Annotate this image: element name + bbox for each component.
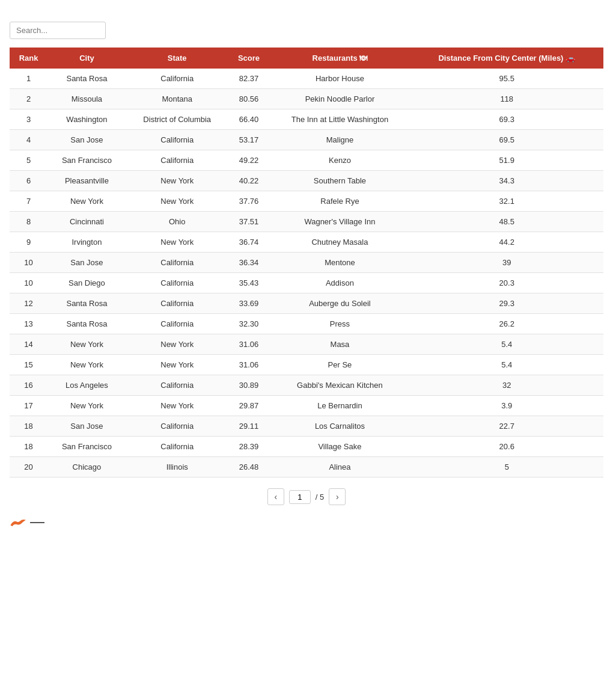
cell-city: Santa Rosa	[47, 293, 126, 314]
cell-restaurant: Wagner's Village Inn	[269, 212, 410, 232]
table-row: 4San JoseCalifornia53.17Maligne69.5	[10, 130, 603, 150]
page-total: / 5	[316, 493, 324, 502]
table-row: 5San FranciscoCalifornia49.22Kenzo51.9	[10, 150, 603, 171]
cell-city: New York	[47, 396, 126, 416]
table-row: 15New YorkNew York31.06Per Se5.4	[10, 355, 603, 375]
cell-restaurant: Village Sake	[269, 437, 410, 457]
cell-score: 66.40	[228, 109, 270, 130]
cell-score: 29.87	[228, 396, 270, 416]
col-restaurant: Restaurants 🍽	[269, 48, 410, 69]
cell-distance: 5.4	[410, 334, 603, 355]
cell-restaurant: Harbor House	[269, 69, 410, 89]
cell-city: San Francisco	[47, 150, 126, 171]
cell-distance: 5	[410, 457, 603, 477]
cell-state: California	[126, 69, 228, 89]
cell-distance: 29.3	[410, 293, 603, 314]
cell-score: 40.22	[228, 171, 270, 191]
cell-restaurant: The Inn at Little Washington	[269, 109, 410, 130]
cell-city: New York	[47, 191, 126, 212]
cell-rank: 3	[10, 109, 47, 130]
cell-state: California	[126, 437, 228, 457]
cell-rank: 13	[10, 314, 47, 334]
table-row: 3WashingtonDistrict of Columbia66.40The …	[10, 109, 603, 130]
table-row: 13Santa RosaCalifornia32.30Press26.2	[10, 314, 603, 334]
cell-restaurant: Maligne	[269, 130, 410, 150]
search-input[interactable]	[10, 22, 106, 39]
cell-restaurant: Southern Table	[269, 171, 410, 191]
cell-rank: 16	[10, 375, 47, 396]
cell-rank: 18	[10, 437, 47, 457]
cell-restaurant: Auberge du Soleil	[269, 293, 410, 314]
prev-page-button[interactable]: ‹	[267, 488, 284, 505]
cell-restaurant: Le Bernardin	[269, 396, 410, 416]
cell-rank: 10	[10, 253, 47, 273]
cell-rank: 9	[10, 232, 47, 253]
table-row: 10San DiegoCalifornia35.43Addison20.3	[10, 273, 603, 293]
cell-state: California	[126, 314, 228, 334]
cell-state: New York	[126, 355, 228, 375]
cell-state: New York	[126, 396, 228, 416]
cell-score: 82.37	[228, 69, 270, 89]
logo-bird-icon	[10, 517, 28, 528]
cell-restaurant: Chutney Masala	[269, 232, 410, 253]
cell-state: Montana	[126, 89, 228, 109]
footer-logo	[10, 517, 603, 528]
cell-city: Los Angeles	[47, 375, 126, 396]
cell-city: Irvington	[47, 232, 126, 253]
cell-rank: 18	[10, 416, 47, 437]
col-state: State	[126, 48, 228, 69]
cell-score: 29.11	[228, 416, 270, 437]
cell-state: Illinois	[126, 457, 228, 477]
cell-rank: 12	[10, 293, 47, 314]
cell-score: 26.48	[228, 457, 270, 477]
table-row: 6PleasantvilleNew York40.22Southern Tabl…	[10, 171, 603, 191]
cell-restaurant: Masa	[269, 334, 410, 355]
cell-rank: 4	[10, 130, 47, 150]
cell-score: 32.30	[228, 314, 270, 334]
cell-restaurant: Addison	[269, 273, 410, 293]
table-row: 7New YorkNew York37.76Rafele Rye32.1	[10, 191, 603, 212]
cell-city: Santa Rosa	[47, 69, 126, 89]
cell-state: District of Columbia	[126, 109, 228, 130]
cell-score: 36.74	[228, 232, 270, 253]
cell-restaurant: Rafele Rye	[269, 191, 410, 212]
cell-score: 36.34	[228, 253, 270, 273]
table-row: 18San JoseCalifornia29.11Los Carnalitos2…	[10, 416, 603, 437]
col-distance: Distance From City Center (Miles) 🚗	[410, 48, 603, 69]
cell-state: California	[126, 293, 228, 314]
cell-rank: 17	[10, 396, 47, 416]
cell-distance: 34.3	[410, 171, 603, 191]
cell-restaurant: Gabbi's Mexican Kitchen	[269, 375, 410, 396]
cell-state: New York	[126, 334, 228, 355]
next-page-button[interactable]: ›	[329, 488, 346, 505]
cell-rank: 1	[10, 69, 47, 89]
cell-state: California	[126, 375, 228, 396]
cell-state: California	[126, 253, 228, 273]
cell-score: 37.51	[228, 212, 270, 232]
cell-distance: 44.2	[410, 232, 603, 253]
cell-restaurant: Mentone	[269, 253, 410, 273]
cell-score: 37.76	[228, 191, 270, 212]
cell-state: California	[126, 150, 228, 171]
table-row: 1Santa RosaCalifornia82.37Harbor House95…	[10, 69, 603, 89]
cell-score: 35.43	[228, 273, 270, 293]
cell-distance: 20.6	[410, 437, 603, 457]
cell-rank: 7	[10, 191, 47, 212]
cell-score: 31.06	[228, 334, 270, 355]
col-city: City	[47, 48, 126, 69]
cell-restaurant: Alinea	[269, 457, 410, 477]
col-rank: Rank	[10, 48, 47, 69]
cell-city: Santa Rosa	[47, 314, 126, 334]
table-row: 9IrvingtonNew York36.74Chutney Masala44.…	[10, 232, 603, 253]
cell-score: 80.56	[228, 89, 270, 109]
cell-rank: 14	[10, 334, 47, 355]
cell-distance: 69.5	[410, 130, 603, 150]
cell-restaurant: Press	[269, 314, 410, 334]
cell-rank: 6	[10, 171, 47, 191]
cell-city: San Diego	[47, 273, 126, 293]
cell-rank: 10	[10, 273, 47, 293]
cell-score: 31.06	[228, 355, 270, 375]
page-number-input[interactable]	[289, 490, 311, 504]
cell-score: 30.89	[228, 375, 270, 396]
cell-score: 49.22	[228, 150, 270, 171]
